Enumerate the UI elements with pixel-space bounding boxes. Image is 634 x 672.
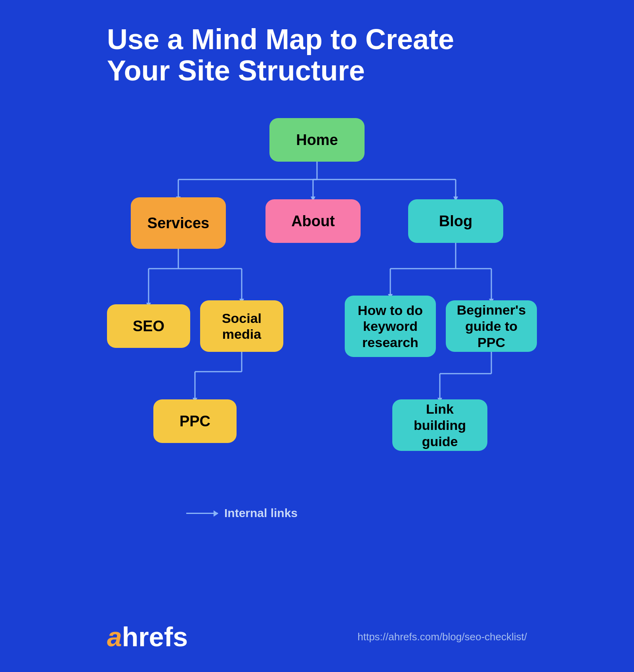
node-services: Services bbox=[131, 197, 226, 249]
legend-label: Internal links bbox=[224, 506, 298, 520]
node-social-media: Social media bbox=[200, 300, 283, 352]
logo-hrefs: hrefs bbox=[122, 623, 188, 650]
node-about: About bbox=[265, 199, 361, 243]
node-keyword-research: How to do keyword research bbox=[345, 296, 436, 357]
legend-arrow bbox=[186, 513, 218, 514]
logo-a: a bbox=[107, 623, 122, 650]
node-home: Home bbox=[269, 118, 365, 162]
mindmap-diagram: Home Services About Blog SEO Social medi… bbox=[107, 110, 527, 498]
node-seo: SEO bbox=[107, 304, 190, 348]
node-link-building: Link building guide bbox=[392, 399, 487, 451]
node-beginners-guide: Beginner's guide to PPC bbox=[446, 300, 537, 352]
ahrefs-logo: a hrefs bbox=[107, 623, 188, 650]
node-ppc: PPC bbox=[153, 399, 237, 443]
page-title: Use a Mind Map to Create Your Site Struc… bbox=[107, 24, 527, 86]
legend: Internal links bbox=[186, 506, 527, 520]
footer: a hrefs https://ahrefs.com/blog/seo-chec… bbox=[107, 623, 527, 650]
footer-url: https://ahrefs.com/blog/seo-checklist/ bbox=[357, 631, 527, 643]
node-blog: Blog bbox=[408, 199, 503, 243]
